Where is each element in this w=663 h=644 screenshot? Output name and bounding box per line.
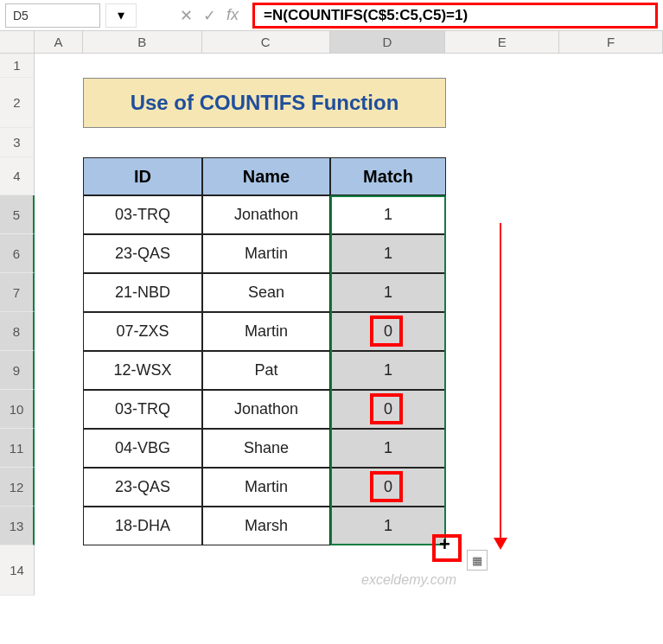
row-8[interactable]: 8 (0, 312, 35, 351)
cell-value: 03-TRQ (115, 206, 170, 224)
fill-handle-cursor[interactable]: + (439, 533, 450, 556)
enter-icon[interactable]: ✓ (203, 6, 216, 25)
th-label: ID (134, 167, 151, 187)
th-label: Match (363, 167, 413, 187)
cell-name[interactable]: Martin (202, 234, 330, 273)
col-label: F (607, 35, 615, 49)
cells: Use of COUNTIFS Function ID Name Match 0… (35, 54, 663, 596)
cell-id[interactable]: 23-QAS (83, 234, 202, 273)
cell-value: 04-VBG (115, 439, 170, 457)
row-1[interactable]: 1 (0, 54, 35, 78)
cell-value: Pat (254, 361, 277, 379)
row-label: 4 (13, 169, 20, 183)
cell-id[interactable]: 07-ZXS (83, 312, 202, 351)
cell-value: Shane (244, 439, 289, 457)
col-E[interactable]: E (445, 31, 559, 53)
row-11[interactable]: 11 (0, 429, 35, 468)
cell-id[interactable]: 21-NBD (83, 273, 202, 312)
cell-value: 1 (384, 284, 392, 302)
row-label: 6 (13, 246, 20, 261)
row-6[interactable]: 6 (0, 234, 35, 273)
cell-value: Martin (245, 478, 288, 496)
col-A[interactable]: A (35, 31, 83, 53)
row-4[interactable]: 4 (0, 157, 35, 195)
cell-value: 1 (384, 517, 392, 535)
row-label: 14 (10, 563, 24, 577)
col-D[interactable]: D (330, 31, 446, 53)
cell-match[interactable]: 1 (330, 351, 446, 390)
cell-name[interactable]: Jonathon (202, 390, 330, 429)
autofill-options-button[interactable]: ▦ (467, 550, 488, 571)
cell-value: 23-QAS (115, 245, 170, 263)
cell-value: Martin (245, 322, 288, 341)
th-name: Name (202, 157, 330, 195)
cell-value: Sean (248, 284, 284, 302)
cell-value: 12-WSX (113, 361, 171, 379)
col-label: E (498, 35, 507, 49)
fx-controls: ✕ ✓ fx (180, 6, 239, 25)
cell-value: 1 (384, 439, 392, 457)
cell-name[interactable]: Martin (202, 312, 330, 351)
column-headers: A B C D E F (0, 31, 663, 54)
row-label: 1 (13, 58, 20, 73)
cell-match[interactable]: 1 (330, 195, 446, 234)
cell-value: 1 (384, 245, 392, 263)
cell-value: 07-ZXS (116, 322, 169, 341)
th-id: ID (83, 157, 202, 195)
cell-match[interactable]: 0 (330, 468, 446, 507)
row-10[interactable]: 10 (0, 390, 35, 429)
th-match: Match (330, 157, 446, 195)
col-C[interactable]: C (202, 31, 330, 53)
col-F[interactable]: F (559, 31, 663, 53)
fx-icon[interactable]: fx (226, 6, 239, 24)
cell-value: 18-DHA (115, 517, 170, 535)
cell-name[interactable]: Jonathon (202, 195, 330, 234)
name-box[interactable]: D5 (5, 3, 100, 28)
watermark: exceldemy.com (361, 572, 456, 588)
cell-match[interactable]: 0 (330, 390, 446, 429)
cell-id[interactable]: 03-TRQ (83, 195, 202, 234)
autofill-icon: ▦ (472, 554, 482, 567)
col-B[interactable]: B (83, 31, 202, 53)
cell-value: 23-QAS (115, 478, 170, 496)
cell-name[interactable]: Marsh (202, 507, 330, 545)
cell-match[interactable]: 1 (330, 234, 446, 273)
col-label: A (54, 35, 62, 49)
cell-value: 0 (384, 400, 392, 418)
grid: 1 2 3 4 5 6 7 8 9 10 11 12 13 14 Use of … (0, 54, 663, 596)
cancel-icon[interactable]: ✕ (180, 6, 193, 25)
row-13[interactable]: 13 (0, 507, 35, 545)
cell-name[interactable]: Shane (202, 429, 330, 468)
name-box-dropdown[interactable]: ▾ (105, 3, 137, 28)
title-text: Use of COUNTIFS Function (131, 91, 399, 115)
cell-match[interactable]: 0 (330, 312, 446, 351)
cell-match[interactable]: 1 (330, 507, 446, 545)
select-all-corner[interactable] (0, 31, 35, 53)
formula-input[interactable]: =N(COUNTIFS(C$5:C5,C5)=1) (252, 3, 658, 29)
row-label: 13 (10, 519, 24, 533)
cell-value: 03-TRQ (115, 400, 170, 418)
col-label: D (382, 35, 392, 49)
col-label: C (261, 35, 271, 49)
row-14[interactable]: 14 (0, 545, 35, 596)
cell-id[interactable]: 12-WSX (83, 351, 202, 390)
cell-name[interactable]: Pat (202, 351, 330, 390)
cell-match[interactable]: 1 (330, 273, 446, 312)
cell-name[interactable]: Martin (202, 468, 330, 507)
row-7[interactable]: 7 (0, 273, 35, 312)
row-3[interactable]: 3 (0, 128, 35, 157)
cell-value: Marsh (245, 517, 288, 535)
cell-id[interactable]: 04-VBG (83, 429, 202, 468)
cell-name[interactable]: Sean (202, 273, 330, 312)
cell-id[interactable]: 18-DHA (83, 507, 202, 545)
row-12[interactable]: 12 (0, 468, 35, 507)
row-label: 12 (10, 480, 24, 494)
row-9[interactable]: 9 (0, 351, 35, 390)
row-2[interactable]: 2 (0, 78, 35, 128)
row-label: 7 (13, 285, 20, 300)
row-5[interactable]: 5 (0, 195, 35, 234)
cell-id[interactable]: 23-QAS (83, 468, 202, 507)
row-label: 10 (10, 402, 24, 417)
cell-match[interactable]: 1 (330, 429, 446, 468)
cell-id[interactable]: 03-TRQ (83, 390, 202, 429)
